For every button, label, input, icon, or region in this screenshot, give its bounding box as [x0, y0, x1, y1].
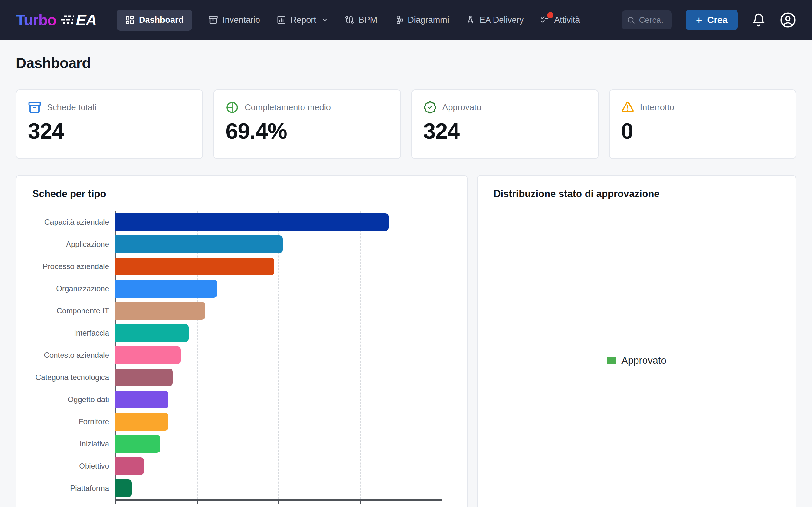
- nav-item-dashboard[interactable]: Dashboard: [117, 9, 192, 31]
- x-axis-tick: [115, 501, 116, 504]
- bar-row: Categoria tecnologica: [32, 366, 451, 389]
- drafting-compass-icon: [466, 15, 475, 25]
- pie-circle-icon: [225, 101, 239, 114]
- bar-category-label: Componente IT: [32, 307, 115, 315]
- chevron-down-icon: [321, 16, 328, 23]
- legend-label-approvato: Approvato: [621, 355, 666, 366]
- nav-label: Dashboard: [139, 15, 184, 25]
- x-axis-tick: [360, 501, 361, 504]
- bar-category-label: Oggetto dati: [32, 395, 115, 404]
- bar-row: Contesto aziendale: [32, 344, 451, 366]
- archive-box-icon: [28, 101, 41, 114]
- pie-legend[interactable]: Approvato: [478, 355, 796, 366]
- x-axis-tick: [442, 501, 443, 504]
- stat-label: Approvato: [443, 103, 481, 112]
- bar-category-label: Organizzazione: [32, 285, 115, 293]
- bar[interactable]: [115, 280, 217, 297]
- chart-title: Distribuzione stato di approvazione: [494, 188, 780, 200]
- logo-ea-text: EA: [76, 11, 96, 29]
- nav-label: Attività: [554, 15, 580, 25]
- bpm-workflow-icon: [345, 15, 354, 25]
- main-content: Dashboard Schede totali 324 Completament…: [0, 55, 812, 507]
- nav-label: Report: [291, 15, 316, 25]
- notifications-button[interactable]: [752, 13, 766, 27]
- nav-label: BPM: [359, 15, 377, 25]
- nav-item-report[interactable]: Report: [276, 15, 328, 25]
- bar-track: [115, 346, 442, 364]
- bar-category-label: Categoria tecnologica: [32, 373, 115, 382]
- bar-row: Iniziativa: [32, 433, 451, 455]
- bar-row: Fornitore: [32, 411, 451, 433]
- bar-row: Interfaccia: [32, 322, 451, 344]
- nav-item-attivita[interactable]: Attività: [540, 15, 580, 25]
- bar-category-label: Contesto aziendale: [32, 351, 115, 360]
- stat-label: Completamento medio: [245, 103, 331, 112]
- stat-value: 0: [621, 118, 784, 144]
- bar-row: Componente IT: [32, 300, 451, 322]
- bar-category-label: Interfaccia: [32, 329, 115, 337]
- bar[interactable]: [115, 258, 274, 275]
- chart-title: Schede per tipo: [32, 188, 451, 200]
- plus-icon: +: [696, 14, 702, 25]
- bar[interactable]: [115, 435, 160, 453]
- bar[interactable]: [115, 213, 389, 231]
- report-chart-icon: [276, 15, 286, 25]
- bar-category-label: Piattaforma: [32, 484, 115, 493]
- bar[interactable]: [115, 324, 189, 342]
- bar-track: [115, 413, 442, 431]
- bar[interactable]: [115, 369, 172, 386]
- bar[interactable]: [115, 346, 181, 364]
- bell-icon: [752, 13, 766, 27]
- bar-track: [115, 235, 442, 253]
- x-axis-tick: [197, 501, 198, 504]
- panel-schede-per-tipo: Schede per tipo Capacità aziendaleApplic…: [16, 175, 467, 507]
- panel-distribuzione-stato: Distribuzione stato di approvazione Appr…: [477, 175, 796, 507]
- app-logo[interactable]: Turbo EA: [16, 11, 96, 29]
- user-menu-button[interactable]: [780, 12, 796, 28]
- bar[interactable]: [115, 413, 168, 431]
- bar[interactable]: [115, 457, 144, 475]
- bar-track: [115, 258, 442, 275]
- global-search[interactable]: [622, 10, 672, 30]
- bar[interactable]: [115, 235, 283, 253]
- bar-row: Processo aziendale: [32, 256, 451, 278]
- nav-item-bpm[interactable]: BPM: [345, 15, 377, 25]
- top-navigation-bar: Turbo EA Dashboard Inventario Report BPM: [0, 0, 812, 40]
- badge-check-icon: [423, 101, 437, 114]
- bar-category-label: Iniziativa: [32, 440, 115, 448]
- bar-category-label: Capacità aziendale: [32, 218, 115, 227]
- bar-track: [115, 435, 442, 453]
- primary-nav: Dashboard Inventario Report BPM Diagramm…: [117, 9, 580, 31]
- bar-row: Oggetto dati: [32, 389, 451, 411]
- bar-row: Applicazione: [32, 233, 451, 256]
- bar-row: Capacità aziendale: [32, 211, 451, 233]
- stat-card-completamento-medio: Completamento medio 69.4%: [213, 89, 401, 159]
- create-button[interactable]: + Crea: [686, 10, 738, 30]
- nav-label: Inventario: [222, 15, 260, 25]
- bar-row: Piattaforma: [32, 477, 451, 499]
- bar-category-label: Fornitore: [32, 418, 115, 426]
- search-icon: [627, 16, 635, 24]
- horizontal-bar-chart: Capacità aziendaleApplicazioneProcesso a…: [32, 211, 451, 507]
- page-title: Dashboard: [16, 55, 796, 72]
- nav-item-inventario[interactable]: Inventario: [208, 15, 260, 25]
- bar-track: [115, 457, 442, 475]
- bar[interactable]: [115, 302, 205, 320]
- stat-value: 324: [423, 118, 587, 144]
- nav-item-ea-delivery[interactable]: EA Delivery: [466, 15, 524, 25]
- notification-dot: [547, 12, 554, 18]
- nav-label: Diagrammi: [408, 15, 449, 25]
- stat-label: Schede totali: [47, 103, 96, 112]
- search-input[interactable]: [639, 15, 663, 25]
- user-circle-icon: [780, 12, 796, 28]
- nav-label: EA Delivery: [479, 15, 524, 25]
- dashboard-icon: [125, 15, 135, 25]
- bar-category-label: Processo aziendale: [32, 262, 115, 271]
- bar[interactable]: [115, 480, 132, 497]
- bar-rows: Capacità aziendaleApplicazioneProcesso a…: [32, 211, 451, 499]
- bar[interactable]: [115, 391, 168, 408]
- bar-row: Organizzazione: [32, 278, 451, 300]
- nav-item-diagrammi[interactable]: Diagrammi: [394, 15, 449, 25]
- stat-label: Interrotto: [640, 103, 674, 112]
- warning-triangle-icon: [621, 101, 635, 114]
